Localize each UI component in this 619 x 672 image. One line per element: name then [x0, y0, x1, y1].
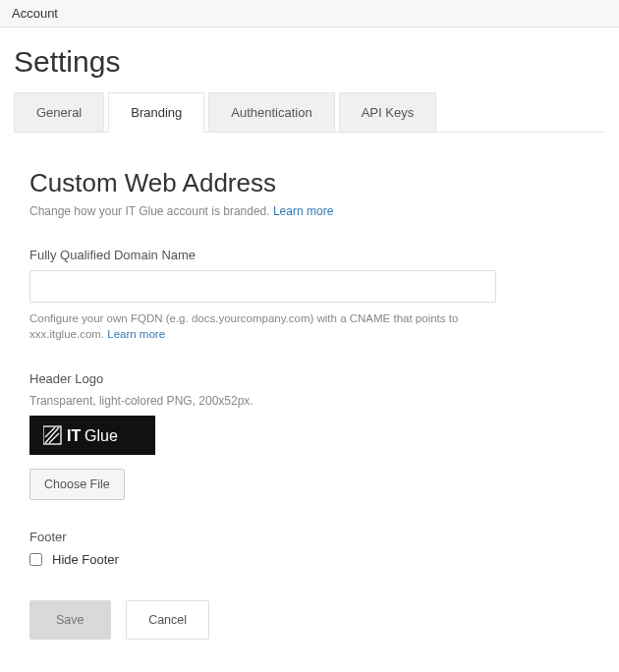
- choose-file-button[interactable]: Choose File: [29, 469, 125, 500]
- svg-text:IT: IT: [67, 427, 81, 444]
- tab-authentication[interactable]: Authentication: [208, 92, 334, 132]
- hide-footer-label: Hide Footer: [52, 552, 119, 567]
- hide-footer-checkbox[interactable]: [29, 553, 42, 566]
- header-logo-hint: Transparent, light-colored PNG, 200x52px…: [29, 394, 590, 408]
- breadcrumb: Account: [0, 0, 619, 28]
- section-subtitle: Change how your IT Glue account is brand…: [29, 204, 590, 218]
- fqdn-input[interactable]: [29, 270, 496, 303]
- footer-label: Footer: [29, 530, 590, 544]
- tab-general[interactable]: General: [14, 92, 104, 132]
- fqdn-hint: Configure your own FQDN (e.g. docs.yourc…: [29, 310, 501, 342]
- tabs: General Branding Authentication API Keys: [14, 92, 605, 133]
- fqdn-label: Fully Qualified Domain Name: [29, 248, 590, 262]
- save-button[interactable]: Save: [29, 600, 111, 640]
- learn-more-link[interactable]: Learn more: [273, 204, 333, 218]
- header-logo-label: Header Logo: [29, 371, 590, 386]
- svg-line-3: [49, 433, 59, 443]
- fqdn-hint-text: Configure your own FQDN (e.g. docs.yourc…: [29, 312, 458, 340]
- cancel-button[interactable]: Cancel: [126, 600, 209, 640]
- itglue-logo-icon: IT Glue: [43, 423, 141, 447]
- breadcrumb-text: Account: [12, 6, 58, 21]
- tab-api-keys[interactable]: API Keys: [339, 92, 436, 132]
- header-logo-preview: IT Glue: [29, 416, 155, 455]
- svg-line-2: [45, 427, 55, 437]
- tab-branding[interactable]: Branding: [108, 92, 204, 133]
- section-title: Custom Web Address: [29, 168, 590, 198]
- fqdn-learn-more-link[interactable]: Learn more: [107, 328, 165, 340]
- section-subtitle-text: Change how your IT Glue account is brand…: [29, 204, 273, 218]
- page-title: Settings: [14, 45, 605, 79]
- svg-text:Glue: Glue: [84, 427, 118, 444]
